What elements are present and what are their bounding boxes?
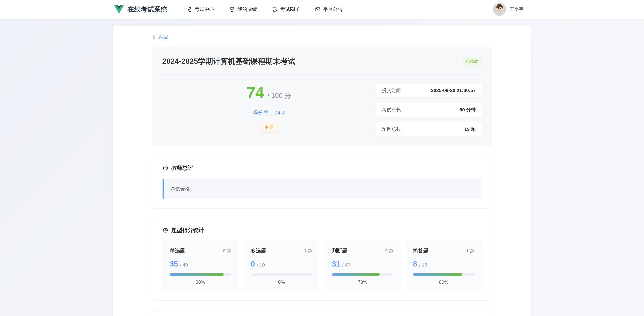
progress-track bbox=[251, 273, 312, 276]
level-badge: 中等 bbox=[260, 122, 278, 133]
user-name: 王小宇 bbox=[509, 6, 524, 12]
info-label: 提交时间 bbox=[382, 87, 401, 94]
stat-name: 单选题 bbox=[170, 247, 185, 254]
info-row-duration: 考试时长 60 分钟 bbox=[376, 103, 482, 117]
stat-percent: 88% bbox=[170, 280, 231, 285]
menu-item-label: 平台公告 bbox=[323, 6, 343, 13]
user-menu[interactable]: 王小宇 bbox=[493, 3, 524, 16]
menu-item-exam-circle[interactable]: 考试圈子 bbox=[272, 0, 300, 19]
divider bbox=[162, 74, 482, 75]
brand-name: 在线考试系统 bbox=[128, 5, 167, 14]
exam-info-list: 提交时间 2025-08-20 21:30:57 考试时长 60 分钟 题目总数… bbox=[376, 84, 482, 136]
main-menu: 考试中心 我的成绩 考试圈子 平台公告 bbox=[186, 0, 343, 19]
menu-item-label: 考试圈子 bbox=[280, 6, 300, 13]
graded-status-badge: 已批改 bbox=[462, 57, 482, 66]
stat-name: 判断题 bbox=[332, 247, 347, 254]
stat-score: 8 bbox=[413, 260, 417, 268]
progress-fill bbox=[170, 273, 224, 276]
menu-item-label: 我的成绩 bbox=[237, 6, 257, 13]
progress-track bbox=[170, 273, 231, 276]
type-stats-title: 题型得分统计 bbox=[171, 226, 204, 234]
stat-percent: 0% bbox=[251, 280, 312, 285]
info-label: 题目总数 bbox=[382, 126, 401, 132]
menu-item-my-scores[interactable]: 我的成绩 bbox=[229, 0, 257, 19]
pie-chart-icon bbox=[162, 228, 168, 233]
top-nav: 在线考试系统 考试中心 我的成绩 考试圈子 bbox=[0, 0, 644, 19]
info-row-submit-time: 提交时间 2025-08-20 21:30:57 bbox=[376, 84, 482, 97]
score-total: / 100 分 bbox=[268, 91, 291, 100]
chat-bubble-icon bbox=[162, 165, 168, 171]
exam-title: 2024-2025学期计算机基础课程期末考试 bbox=[162, 56, 295, 66]
info-row-question-count: 题目总数 19 题 bbox=[376, 122, 482, 136]
stat-percent: 78% bbox=[332, 280, 393, 285]
score-rate: 得分率：74% bbox=[253, 109, 285, 116]
back-label: 返回 bbox=[158, 34, 168, 40]
progress-fill bbox=[332, 273, 380, 276]
stat-card-true-false: 判断题 9 题 31 / 40 78% bbox=[325, 242, 400, 291]
stats-grid: 单选题 8 题 35 / 40 88% 多选题 1 题 0 bbox=[162, 242, 482, 291]
menu-item-label: 考试中心 bbox=[194, 6, 214, 13]
stat-count: 1 题 bbox=[304, 248, 312, 254]
progress-track bbox=[413, 273, 474, 276]
avatar bbox=[493, 3, 506, 16]
progress-fill bbox=[413, 273, 462, 276]
stat-name: 简答题 bbox=[413, 247, 428, 254]
stat-score: 0 bbox=[251, 260, 255, 268]
stat-total: / 40 bbox=[342, 262, 350, 268]
teacher-comment-title: 教师总评 bbox=[171, 164, 193, 172]
answer-details-card: 答题详情 bbox=[152, 310, 492, 316]
envelope-icon bbox=[315, 6, 321, 12]
stat-count: 1 题 bbox=[466, 248, 474, 254]
info-value: 2025-08-20 21:30:57 bbox=[431, 88, 476, 93]
brand[interactable]: 在线考试系统 bbox=[114, 5, 167, 14]
teacher-comment-card: 教师总评 考试合格。 bbox=[152, 156, 492, 208]
score-column: 74 / 100 分 得分率：74% 中等 bbox=[162, 84, 376, 136]
stat-card-multi-choice: 多选题 1 题 0 / 10 0% bbox=[244, 242, 319, 291]
menu-item-announcements[interactable]: 平台公告 bbox=[315, 0, 343, 19]
stat-total: / 40 bbox=[180, 262, 188, 268]
chevron-left-icon bbox=[152, 35, 156, 39]
stat-score: 35 bbox=[170, 260, 178, 268]
info-value: 60 分钟 bbox=[460, 107, 476, 113]
stat-score: 31 bbox=[332, 260, 340, 268]
progress-track bbox=[332, 273, 393, 276]
stat-count: 8 题 bbox=[223, 248, 231, 254]
main-content: 返回 2024-2025学期计算机基础课程期末考试 已批改 74 / 100 分… bbox=[113, 26, 531, 316]
menu-item-exam-center[interactable]: 考试中心 bbox=[186, 0, 214, 19]
teacher-comment-text: 考试合格。 bbox=[162, 178, 482, 199]
stat-card-single-choice: 单选题 8 题 35 / 40 88% bbox=[162, 242, 238, 291]
trophy-icon bbox=[229, 6, 235, 12]
info-label: 考试时长 bbox=[382, 107, 401, 113]
stat-percent: 80% bbox=[413, 280, 474, 285]
chat-bubble-icon bbox=[272, 6, 278, 12]
score-summary-card: 2024-2025学期计算机基础课程期末考试 已批改 74 / 100 分 得分… bbox=[152, 47, 492, 146]
back-button[interactable]: 返回 bbox=[152, 34, 168, 40]
stat-total: / 10 bbox=[257, 262, 265, 268]
stat-total: / 10 bbox=[419, 262, 427, 268]
type-stats-card: 题型得分统计 单选题 8 题 35 / 40 88% 多选题 bbox=[152, 218, 492, 300]
vue-logo-icon bbox=[114, 5, 124, 14]
score-value: 74 bbox=[247, 84, 264, 102]
pencil-icon bbox=[186, 6, 192, 12]
stat-count: 9 题 bbox=[385, 248, 393, 254]
stat-card-short-answer: 简答题 1 题 8 / 10 80% bbox=[406, 242, 482, 291]
info-value: 19 题 bbox=[464, 126, 476, 132]
stat-name: 多选题 bbox=[251, 247, 266, 254]
